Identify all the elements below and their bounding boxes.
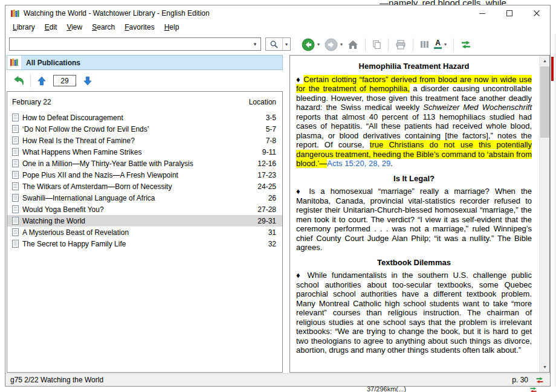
window-title: Watching the World - Watchtower Library … xyxy=(24,9,210,18)
next-page-button[interactable] xyxy=(80,73,95,89)
search-button[interactable]: ▾ xyxy=(265,37,291,51)
list-item[interactable]: Swahili—International Language of Africa… xyxy=(7,192,282,204)
list-item[interactable]: Pope Pius XII and the Nazis—A Fresh View… xyxy=(7,169,282,181)
background-red-mark xyxy=(551,57,554,81)
search-icon xyxy=(266,38,282,50)
document-paragraph: ♦ Certain clotting “factors” derived fro… xyxy=(296,75,532,169)
nav-back-button[interactable] xyxy=(11,73,27,89)
forward-dropdown-arrow[interactable]: ▾ xyxy=(340,42,343,47)
status-sync-arrows-icon xyxy=(535,377,544,384)
pane-splitter[interactable] xyxy=(283,55,289,373)
document-icon xyxy=(12,205,19,213)
back-button[interactable] xyxy=(302,38,315,51)
menu-item-library[interactable]: Library xyxy=(8,21,40,33)
page-number-input[interactable] xyxy=(53,75,76,86)
menubar: LibraryEditViewSearchFavoritesHelp xyxy=(5,21,550,34)
statusbar: g75 2/22 Watching the World p. 30 xyxy=(5,373,550,386)
highlight-color-button[interactable]: A xyxy=(434,40,442,49)
previous-page-button[interactable] xyxy=(34,73,50,89)
forward-button[interactable] xyxy=(325,38,338,51)
menu-item-search[interactable]: Search xyxy=(87,21,120,33)
article-list: February 22 Location How to Defeat Disco… xyxy=(7,91,283,373)
menu-item-favorites[interactable]: Favorites xyxy=(120,21,159,33)
navigation-bar xyxy=(7,71,283,90)
list-item[interactable]: How Real Is the Threat of Famine?7-8 xyxy=(7,135,282,146)
nav-separator xyxy=(30,74,31,88)
list-item[interactable]: ‘Do Not Follow the Crowd for Evil Ends’5… xyxy=(7,123,282,135)
section-heading: Textbook Dilemmas xyxy=(296,258,532,268)
list-item-location: 29-31 xyxy=(257,217,282,225)
titlebar: Watching the World - Watchtower Library … xyxy=(5,5,550,21)
list-item[interactable]: A Mysterious Beast of Revelation31 xyxy=(7,227,282,238)
columns-button[interactable] xyxy=(420,40,429,48)
scroll-down-button[interactable]: ▼ xyxy=(540,362,550,372)
document-icon xyxy=(12,114,19,121)
swap-languages-button[interactable] xyxy=(461,40,471,49)
back-dropdown-arrow[interactable]: ▾ xyxy=(317,42,320,47)
all-publications-label: All Publications xyxy=(26,59,80,67)
maximize-button[interactable] xyxy=(496,5,523,21)
close-button[interactable] xyxy=(523,5,550,21)
text-span: ♦ Is a homosexual “marriage” really a ma… xyxy=(296,187,532,252)
all-publications-header[interactable]: All Publications xyxy=(7,55,283,70)
document-pane: Hemophilia Treatment Hazard♦ Certain clo… xyxy=(289,55,550,373)
list-item-location: 26 xyxy=(268,194,282,202)
library-books-icon xyxy=(7,56,22,69)
section-heading: Hemophilia Treatment Hazard xyxy=(296,62,532,71)
status-reference: g75 2/22 Watching the World xyxy=(10,376,512,384)
document-icon xyxy=(12,240,19,248)
document-icon xyxy=(12,217,19,225)
background-edge-line xyxy=(555,34,555,387)
list-item[interactable]: Watching the World29-31 xyxy=(7,215,282,227)
list-item-location: 27-28 xyxy=(257,205,282,214)
combo-dropdown-arrow[interactable]: ▾ xyxy=(250,38,260,50)
text-span: ♦ While fundamentalists in the southern … xyxy=(296,271,532,355)
list-header: February 22 Location xyxy=(7,92,282,112)
list-header-date: February 22 xyxy=(12,98,51,106)
list-item-title: How to Defeat Discouragement xyxy=(22,114,266,122)
list-item[interactable]: One in a Million—My Thirty-Year Battle w… xyxy=(7,158,282,169)
list-item[interactable]: The Witkars of Amsterdam—Born of Necessi… xyxy=(7,181,282,192)
document-icon xyxy=(12,159,19,167)
toolbar-separator xyxy=(453,38,454,51)
text-span: Schweizer Med Wochenschrift xyxy=(423,103,532,112)
document-icon xyxy=(12,182,19,190)
list-item-title: A Mysterious Beast of Revelation xyxy=(22,228,268,237)
menu-item-view[interactable]: View xyxy=(62,21,87,33)
screen: —namely, red blood cells, while 37/296km… xyxy=(0,0,556,392)
toolbar-separator xyxy=(365,38,366,51)
list-item-title: One in a Million—My Thirty-Year Battle w… xyxy=(22,159,257,168)
menu-item-edit[interactable]: Edit xyxy=(40,21,62,33)
list-item[interactable]: How to Defeat Discouragement3-5 xyxy=(7,112,282,123)
scripture-link[interactable]: Acts 15:20, 28, 29 xyxy=(327,159,390,168)
list-item-title: Watching the World xyxy=(22,217,257,225)
window-controls xyxy=(468,5,550,21)
list-item-title: What Happens When Famine Strikes xyxy=(22,148,262,156)
menu-item-help[interactable]: Help xyxy=(160,21,184,33)
app-books-icon xyxy=(10,8,20,18)
list-item[interactable]: What Happens When Famine Strikes9-11 xyxy=(7,146,282,158)
document-paragraph: ♦ While fundamentalists in the southern … xyxy=(296,271,532,355)
copy-button[interactable] xyxy=(372,40,381,50)
scrollbar-thumb[interactable] xyxy=(540,66,549,138)
minimize-button[interactable] xyxy=(468,5,496,21)
list-item-location: 9-11 xyxy=(262,148,282,156)
list-item-title: The Secret to Happy Family Life xyxy=(22,240,268,248)
list-item[interactable]: The Secret to Happy Family Life32 xyxy=(7,238,282,249)
status-page-number: p. 30 xyxy=(512,376,528,384)
highlight-color-dropdown-arrow[interactable]: ▾ xyxy=(444,42,447,47)
scroll-up-button[interactable]: ▲ xyxy=(540,56,550,66)
list-item-location: 7-8 xyxy=(266,137,282,145)
search-combobox[interactable]: ▾ xyxy=(9,37,261,51)
search-input[interactable] xyxy=(10,38,250,50)
text-span: . xyxy=(390,159,393,168)
print-button[interactable] xyxy=(395,40,406,50)
list-item-title: How Real Is the Threat of Famine? xyxy=(22,137,266,145)
home-button[interactable] xyxy=(348,40,358,50)
document-scrollbar[interactable]: ▲ ▼ xyxy=(539,56,549,372)
document-icon xyxy=(12,194,19,202)
search-dropdown-arrow[interactable]: ▾ xyxy=(282,38,290,50)
list-item-location: 12-16 xyxy=(257,159,282,168)
list-item-title: Swahili—International Language of Africa xyxy=(22,194,268,202)
list-item[interactable]: Would Yoga Benefit You?27-28 xyxy=(7,204,282,215)
